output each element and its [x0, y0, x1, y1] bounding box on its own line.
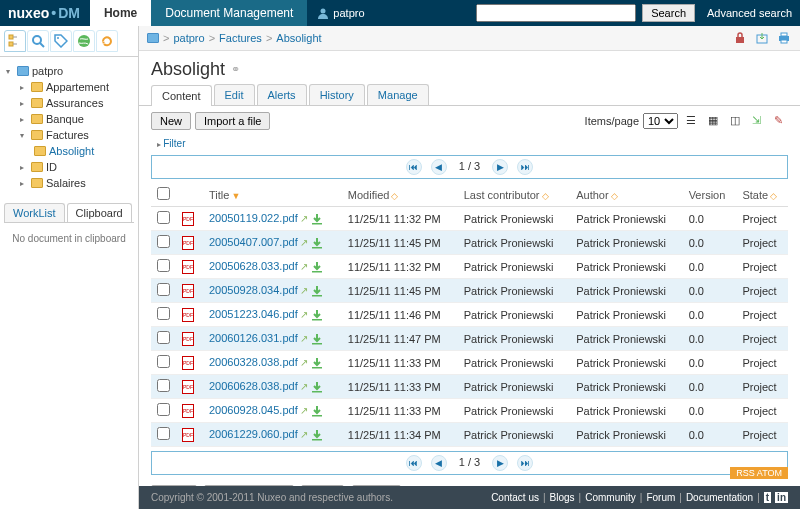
items-per-page-select[interactable]: 102050	[643, 113, 678, 129]
download-icon[interactable]	[311, 285, 323, 297]
row-select[interactable]	[157, 427, 170, 440]
tree-item[interactable]: Salaires	[20, 175, 134, 191]
lock-icon[interactable]	[732, 30, 748, 46]
row-select[interactable]	[157, 379, 170, 392]
page-next[interactable]: ▶	[492, 159, 508, 175]
page-prev[interactable]: ◀	[431, 455, 447, 471]
permalink-icon[interactable]: ⚭	[231, 63, 240, 76]
download-icon[interactable]	[311, 213, 323, 225]
file-link[interactable]: 20050407.007.pdf	[209, 236, 298, 248]
tree-item[interactable]: ID	[20, 159, 134, 175]
col-modified[interactable]: Modified◇	[342, 183, 458, 207]
tree-item[interactable]: Factures	[20, 127, 134, 143]
col-author[interactable]: Author◇	[570, 183, 682, 207]
page-prev[interactable]: ◀	[431, 159, 447, 175]
file-link[interactable]: 20050928.034.pdf	[209, 284, 298, 296]
search-icon[interactable]	[27, 30, 49, 52]
tab-manage[interactable]: Manage	[367, 84, 429, 105]
file-link[interactable]: 20060126.031.pdf	[209, 332, 298, 344]
file-link[interactable]: 20050628.033.pdf	[209, 260, 298, 272]
open-icon[interactable]: ↗	[300, 381, 308, 392]
file-link[interactable]: 20060928.045.pdf	[209, 404, 298, 416]
tree-root[interactable]: patpro	[6, 63, 134, 79]
file-link[interactable]: 20060628.038.pdf	[209, 380, 298, 392]
open-icon[interactable]: ↗	[300, 285, 308, 296]
download-icon[interactable]	[311, 405, 323, 417]
page-last[interactable]: ⏭	[517, 159, 533, 175]
row-select[interactable]	[157, 307, 170, 320]
view-list-icon[interactable]: ☰	[686, 114, 700, 128]
download-icon[interactable]	[311, 237, 323, 249]
row-select[interactable]	[157, 259, 170, 272]
nav-home[interactable]: Home	[90, 0, 151, 26]
open-icon[interactable]: ↗	[300, 405, 308, 416]
download-icon[interactable]	[311, 333, 323, 345]
linkedin-icon[interactable]: in	[775, 492, 788, 503]
advanced-search-link[interactable]: Advanced search	[707, 7, 792, 19]
export-icon[interactable]	[754, 30, 770, 46]
view-grid-icon[interactable]: ▦	[708, 114, 722, 128]
footer-link[interactable]: Community	[585, 492, 636, 503]
tab-alerts[interactable]: Alerts	[257, 84, 307, 105]
tree-item-selected[interactable]: Absolight	[34, 143, 134, 159]
footer-link[interactable]: Forum	[646, 492, 675, 503]
file-link[interactable]: 20061229.060.pdf	[209, 428, 298, 440]
import-button[interactable]: Import a file	[195, 112, 270, 130]
open-icon[interactable]: ↗	[300, 357, 308, 368]
tree-item[interactable]: Banque	[20, 111, 134, 127]
crumb-link[interactable]: Absolight	[276, 32, 321, 44]
row-select[interactable]	[157, 235, 170, 248]
globe-icon[interactable]	[73, 30, 95, 52]
col-state[interactable]: State◇	[736, 183, 788, 207]
page-last[interactable]: ⏭	[517, 455, 533, 471]
tag-icon[interactable]	[50, 30, 72, 52]
edit-columns-icon[interactable]: ✎	[774, 114, 788, 128]
footer-link[interactable]: Contact us	[491, 492, 539, 503]
row-select[interactable]	[157, 331, 170, 344]
file-link[interactable]: 20051223.046.pdf	[209, 308, 298, 320]
select-all[interactable]	[157, 187, 170, 200]
page-first[interactable]: ⏮	[406, 455, 422, 471]
row-select[interactable]	[157, 283, 170, 296]
open-icon[interactable]: ↗	[300, 237, 308, 248]
worklist-tab[interactable]: WorkList	[4, 203, 65, 222]
download-icon[interactable]	[311, 357, 323, 369]
clipboard-tab[interactable]: Clipboard	[67, 203, 132, 222]
tab-edit[interactable]: Edit	[214, 84, 255, 105]
col-title[interactable]: Title▼	[203, 183, 342, 207]
page-next[interactable]: ▶	[492, 455, 508, 471]
file-link[interactable]: 20060328.038.pdf	[209, 356, 298, 368]
tab-history[interactable]: History	[309, 84, 365, 105]
download-icon[interactable]	[311, 261, 323, 273]
home-icon[interactable]	[147, 33, 159, 43]
row-select[interactable]	[157, 355, 170, 368]
crumb-link[interactable]: patpro	[173, 32, 204, 44]
row-select[interactable]	[157, 403, 170, 416]
twitter-icon[interactable]: t	[764, 492, 771, 503]
new-button[interactable]: New	[151, 112, 191, 130]
filter-link[interactable]: Filter	[139, 136, 800, 151]
crumb-link[interactable]: Factures	[219, 32, 262, 44]
view-thumb-icon[interactable]: ◫	[730, 114, 744, 128]
open-icon[interactable]: ↗	[300, 213, 308, 224]
open-icon[interactable]: ↗	[300, 429, 308, 440]
search-input[interactable]	[476, 4, 636, 22]
download-icon[interactable]	[311, 381, 323, 393]
tree-view-icon[interactable]	[4, 30, 26, 52]
rss-atom-link[interactable]: RSS ATOM	[730, 467, 788, 479]
open-icon[interactable]: ↗	[300, 333, 308, 344]
download-icon[interactable]	[311, 429, 323, 441]
user-menu[interactable]: patpro	[317, 7, 364, 19]
refresh-icon[interactable]	[96, 30, 118, 52]
open-icon[interactable]: ↗	[300, 261, 308, 272]
print-icon[interactable]	[776, 30, 792, 46]
footer-link[interactable]: Documentation	[686, 492, 753, 503]
open-icon[interactable]: ↗	[300, 309, 308, 320]
download-icon[interactable]	[311, 309, 323, 321]
tree-item[interactable]: Assurances	[20, 95, 134, 111]
file-link[interactable]: 20050119.022.pdf	[209, 212, 298, 224]
search-button[interactable]: Search	[642, 4, 695, 22]
col-lastcontrib[interactable]: Last contributor◇	[458, 183, 570, 207]
export-excel-icon[interactable]: ⇲	[752, 114, 766, 128]
footer-link[interactable]: Blogs	[550, 492, 575, 503]
